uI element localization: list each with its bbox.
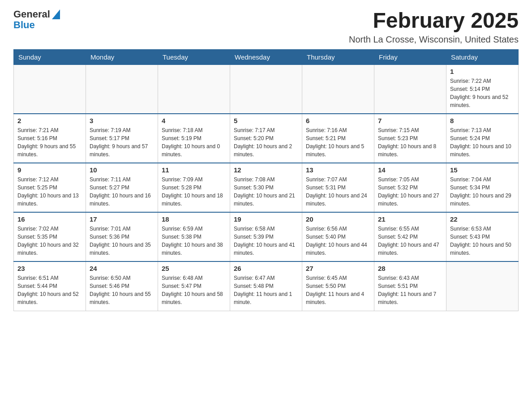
day-number: 24 — [90, 265, 154, 272]
day-info: Sunrise: 7:13 AM Sunset: 5:24 PM Dayligh… — [450, 126, 515, 158]
day-number: 6 — [306, 117, 370, 124]
calendar-week-row: 2Sunrise: 7:21 AM Sunset: 5:16 PM Daylig… — [14, 114, 519, 163]
day-number: 18 — [162, 215, 226, 223]
day-number: 27 — [306, 265, 370, 272]
day-number: 25 — [162, 265, 226, 272]
day-number: 10 — [90, 166, 154, 174]
calendar-cell: 3Sunrise: 7:19 AM Sunset: 5:17 PM Daylig… — [86, 114, 158, 163]
day-info: Sunrise: 6:45 AM Sunset: 5:50 PM Dayligh… — [306, 274, 370, 306]
day-number: 22 — [450, 215, 515, 223]
calendar-cell: 23Sunrise: 6:51 AM Sunset: 5:44 PM Dayli… — [14, 261, 86, 311]
calendar-cell: 26Sunrise: 6:47 AM Sunset: 5:48 PM Dayli… — [230, 261, 302, 311]
day-info: Sunrise: 6:55 AM Sunset: 5:42 PM Dayligh… — [378, 225, 442, 257]
logo-general-text: General — [13, 9, 50, 20]
day-info: Sunrise: 7:15 AM Sunset: 5:23 PM Dayligh… — [378, 126, 442, 158]
calendar-cell: 5Sunrise: 7:17 AM Sunset: 5:20 PM Daylig… — [230, 114, 302, 163]
day-number: 7 — [378, 117, 442, 124]
calendar-week-row: 1Sunrise: 7:22 AM Sunset: 5:14 PM Daylig… — [14, 64, 519, 114]
day-number: 20 — [306, 215, 370, 223]
calendar-cell: 24Sunrise: 6:50 AM Sunset: 5:46 PM Dayli… — [86, 261, 158, 311]
calendar-cell: 18Sunrise: 6:59 AM Sunset: 5:38 PM Dayli… — [158, 212, 230, 261]
calendar-cell: 21Sunrise: 6:55 AM Sunset: 5:42 PM Dayli… — [374, 212, 446, 261]
day-number: 5 — [234, 117, 298, 124]
weekday-header-saturday: Saturday — [446, 49, 519, 64]
calendar-cell: 19Sunrise: 6:58 AM Sunset: 5:39 PM Dayli… — [230, 212, 302, 261]
day-info: Sunrise: 6:53 AM Sunset: 5:43 PM Dayligh… — [450, 225, 515, 257]
day-info: Sunrise: 7:17 AM Sunset: 5:20 PM Dayligh… — [234, 126, 298, 158]
calendar-cell — [14, 64, 86, 114]
calendar-cell: 25Sunrise: 6:48 AM Sunset: 5:47 PM Dayli… — [158, 261, 230, 311]
calendar-cell: 28Sunrise: 6:43 AM Sunset: 5:51 PM Dayli… — [374, 261, 446, 311]
calendar-cell — [302, 64, 374, 114]
day-info: Sunrise: 7:22 AM Sunset: 5:14 PM Dayligh… — [450, 77, 515, 109]
day-number: 13 — [306, 166, 370, 174]
weekday-header-thursday: Thursday — [302, 49, 374, 64]
day-number: 11 — [162, 166, 226, 174]
calendar-table: SundayMondayTuesdayWednesdayThursdayFrid… — [13, 49, 519, 311]
day-info: Sunrise: 6:58 AM Sunset: 5:39 PM Dayligh… — [234, 225, 298, 257]
day-number: 14 — [378, 166, 442, 174]
day-number: 19 — [234, 215, 298, 223]
calendar-cell: 13Sunrise: 7:07 AM Sunset: 5:31 PM Dayli… — [302, 163, 374, 212]
day-number: 26 — [234, 265, 298, 272]
day-number: 1 — [450, 68, 515, 75]
day-number: 15 — [450, 166, 515, 174]
calendar-cell: 9Sunrise: 7:12 AM Sunset: 5:25 PM Daylig… — [14, 163, 86, 212]
day-number: 2 — [17, 117, 82, 124]
calendar-cell — [158, 64, 230, 114]
svg-marker-0 — [52, 9, 60, 19]
calendar-cell — [230, 64, 302, 114]
day-info: Sunrise: 7:05 AM Sunset: 5:32 PM Dayligh… — [378, 176, 442, 208]
logo-blue-text: Blue — [13, 20, 60, 30]
calendar-cell: 8Sunrise: 7:13 AM Sunset: 5:24 PM Daylig… — [446, 114, 519, 163]
day-number: 12 — [234, 166, 298, 174]
day-info: Sunrise: 6:43 AM Sunset: 5:51 PM Dayligh… — [378, 274, 442, 306]
day-info: Sunrise: 7:12 AM Sunset: 5:25 PM Dayligh… — [17, 176, 82, 208]
calendar-cell: 6Sunrise: 7:16 AM Sunset: 5:21 PM Daylig… — [302, 114, 374, 163]
day-info: Sunrise: 7:09 AM Sunset: 5:28 PM Dayligh… — [162, 176, 226, 208]
day-info: Sunrise: 7:07 AM Sunset: 5:31 PM Dayligh… — [306, 176, 370, 208]
day-info: Sunrise: 7:08 AM Sunset: 5:30 PM Dayligh… — [234, 176, 298, 208]
day-info: Sunrise: 7:18 AM Sunset: 5:19 PM Dayligh… — [162, 126, 226, 158]
calendar-cell: 16Sunrise: 7:02 AM Sunset: 5:35 PM Dayli… — [14, 212, 86, 261]
day-number: 28 — [378, 265, 442, 272]
day-number: 8 — [450, 117, 515, 124]
calendar-cell: 20Sunrise: 6:56 AM Sunset: 5:40 PM Dayli… — [302, 212, 374, 261]
location-subtitle: North La Crosse, Wisconsin, United State… — [349, 34, 519, 45]
day-info: Sunrise: 7:21 AM Sunset: 5:16 PM Dayligh… — [17, 126, 82, 158]
calendar-cell: 1Sunrise: 7:22 AM Sunset: 5:14 PM Daylig… — [446, 64, 519, 114]
calendar-cell: 17Sunrise: 7:01 AM Sunset: 5:36 PM Dayli… — [86, 212, 158, 261]
day-info: Sunrise: 7:19 AM Sunset: 5:17 PM Dayligh… — [90, 126, 154, 158]
weekday-header-friday: Friday — [374, 49, 446, 64]
calendar-cell — [374, 64, 446, 114]
day-info: Sunrise: 6:59 AM Sunset: 5:38 PM Dayligh… — [162, 225, 226, 257]
weekday-header-tuesday: Tuesday — [158, 49, 230, 64]
calendar-cell — [86, 64, 158, 114]
day-info: Sunrise: 7:02 AM Sunset: 5:35 PM Dayligh… — [17, 225, 82, 257]
day-number: 3 — [90, 117, 154, 124]
page-header: General Blue February 2025 North La Cros… — [13, 9, 519, 45]
weekday-header-sunday: Sunday — [14, 49, 86, 64]
title-area: February 2025 North La Crosse, Wisconsin… — [349, 9, 519, 45]
calendar-cell: 4Sunrise: 7:18 AM Sunset: 5:19 PM Daylig… — [158, 114, 230, 163]
calendar-cell — [446, 261, 519, 311]
calendar-cell: 22Sunrise: 6:53 AM Sunset: 5:43 PM Dayli… — [446, 212, 519, 261]
calendar-week-row: 23Sunrise: 6:51 AM Sunset: 5:44 PM Dayli… — [14, 261, 519, 311]
calendar-cell: 12Sunrise: 7:08 AM Sunset: 5:30 PM Dayli… — [230, 163, 302, 212]
day-number: 17 — [90, 215, 154, 223]
calendar-cell: 2Sunrise: 7:21 AM Sunset: 5:16 PM Daylig… — [14, 114, 86, 163]
calendar-week-row: 16Sunrise: 7:02 AM Sunset: 5:35 PM Dayli… — [14, 212, 519, 261]
weekday-header-row: SundayMondayTuesdayWednesdayThursdayFrid… — [14, 49, 519, 64]
day-info: Sunrise: 7:11 AM Sunset: 5:27 PM Dayligh… — [90, 176, 154, 208]
day-number: 21 — [378, 215, 442, 223]
logo-icon — [52, 9, 60, 19]
day-number: 9 — [17, 166, 82, 174]
day-info: Sunrise: 6:47 AM Sunset: 5:48 PM Dayligh… — [234, 274, 298, 306]
weekday-header-wednesday: Wednesday — [230, 49, 302, 64]
calendar-cell: 11Sunrise: 7:09 AM Sunset: 5:28 PM Dayli… — [158, 163, 230, 212]
day-info: Sunrise: 7:04 AM Sunset: 5:34 PM Dayligh… — [450, 176, 515, 208]
month-title: February 2025 — [349, 9, 519, 33]
calendar-cell: 15Sunrise: 7:04 AM Sunset: 5:34 PM Dayli… — [446, 163, 519, 212]
day-info: Sunrise: 6:51 AM Sunset: 5:44 PM Dayligh… — [17, 274, 82, 306]
calendar-week-row: 9Sunrise: 7:12 AM Sunset: 5:25 PM Daylig… — [14, 163, 519, 212]
